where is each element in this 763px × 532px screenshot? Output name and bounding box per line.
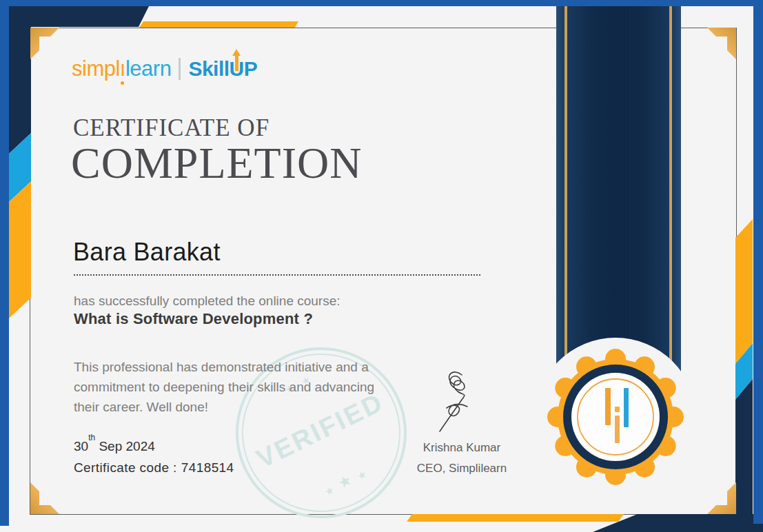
date-suffix: th <box>88 433 95 442</box>
ribbon <box>556 6 681 371</box>
skillup-arrow-icon <box>235 55 238 71</box>
signature-icon <box>426 369 502 441</box>
border-left <box>0 0 9 526</box>
completion-heading: COMPLETION <box>71 138 362 189</box>
logo-simpl: simpl <box>72 57 120 81</box>
simplilearn-logo: simplılearn <box>72 57 171 81</box>
certificate: ★★ VERIFIED ★★★ simplılearn SkillUP CERT… <box>0 0 763 532</box>
skillup-arrow-head-icon <box>232 49 241 56</box>
logo-i: ı <box>120 57 125 81</box>
certificate-code: Certificate code :7418514 <box>74 460 234 475</box>
course-title: What is Software Development ? <box>74 310 313 328</box>
logo-divider-icon <box>179 58 181 80</box>
skillup-skill: Skill <box>188 57 229 80</box>
certificate-code-label: Certificate code : <box>74 460 177 475</box>
name-underline <box>74 273 480 276</box>
description: This professional has demonstrated initi… <box>74 357 374 417</box>
issue-date: 30th Sep 2024 <box>74 438 155 454</box>
logo-learn: learn <box>125 57 171 81</box>
certificate-code-value: 7418514 <box>181 460 234 475</box>
skillup-u: U <box>230 57 244 81</box>
description-line-2: commitment to deepening their skills and… <box>74 377 374 397</box>
description-line-3: their career. Well done! <box>74 397 374 417</box>
skillup-logo: SkillUP <box>188 57 257 81</box>
border-right <box>753 0 763 524</box>
border-top <box>0 0 763 6</box>
skillup-p: P <box>244 57 258 80</box>
description-line-1: This professional has demonstrated initi… <box>74 357 374 377</box>
medal-icon <box>543 345 688 489</box>
star-icon: ★ <box>356 468 368 482</box>
date-day: 30 <box>74 439 88 453</box>
signer-title: CEO, Simplilearn <box>410 462 513 475</box>
signer-name: Krishna Kumar <box>410 441 513 455</box>
logo: simplılearn SkillUP <box>72 57 257 81</box>
recipient-name: Bara Barakat <box>73 238 221 267</box>
date-rest: Sep 2024 <box>95 439 155 453</box>
course-intro: has successfully completed the online co… <box>74 294 340 309</box>
star-icon: ★ <box>323 484 336 498</box>
